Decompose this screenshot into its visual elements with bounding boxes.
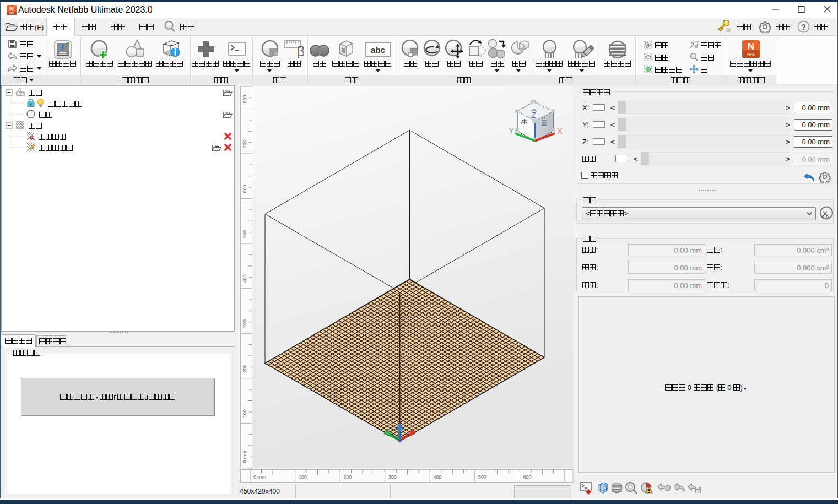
svg-text:800: 800 — [242, 95, 247, 103]
svg-text:abc: abc — [371, 45, 385, 55]
svg-text:200: 200 — [343, 474, 352, 480]
svg-text:700: 700 — [242, 140, 247, 148]
svg-text:0 mm: 0 mm — [253, 474, 266, 480]
svg-text:400: 400 — [242, 275, 247, 283]
svg-text:0 mm: 0 mm — [242, 451, 247, 463]
svg-text:500: 500 — [242, 230, 247, 238]
svg-text:NFB: NFB — [9, 12, 14, 15]
svg-text:N: N — [9, 6, 14, 12]
svg-text:600: 600 — [242, 185, 247, 193]
svg-text:X: X — [557, 126, 563, 136]
svg-text:A: A — [29, 135, 33, 141]
svg-text:300: 300 — [242, 319, 247, 328]
svg-text:Z: Z — [532, 111, 537, 120]
svg-text:300: 300 — [388, 474, 397, 480]
svg-text:100: 100 — [299, 474, 307, 480]
svg-text:600: 600 — [523, 474, 532, 480]
svg-text:500: 500 — [478, 474, 486, 480]
svg-text:β: β — [297, 43, 304, 58]
svg-text:N: N — [748, 41, 754, 52]
svg-text:200: 200 — [242, 365, 247, 373]
svg-text:400: 400 — [433, 474, 441, 480]
svg-text:100: 100 — [242, 409, 247, 418]
svg-text:Y: Y — [509, 126, 514, 135]
svg-text:?: ? — [801, 23, 806, 31]
svg-text:NFB: NFB — [747, 52, 755, 56]
